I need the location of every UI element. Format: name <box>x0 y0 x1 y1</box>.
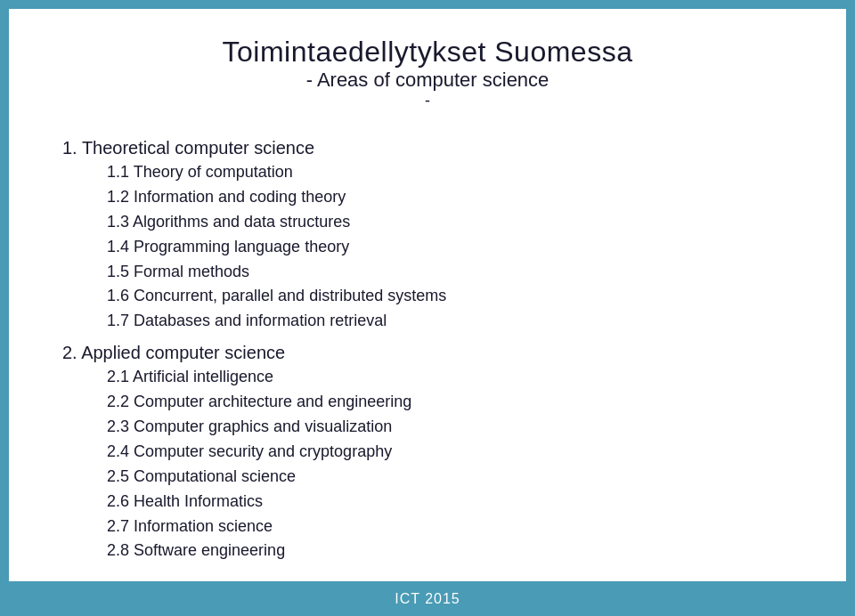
section-2-header: 2. Applied computer science <box>62 343 793 363</box>
main-content: Toimintaedellytykset Suomessa - Areas of… <box>9 9 846 581</box>
item-2-1: 2.1 Artificial intelligence <box>107 365 793 390</box>
item-1-6: 1.6 Concurrent, parallel and distributed… <box>107 284 793 309</box>
footer: ICT 2015 <box>0 581 855 616</box>
sub-title: - Areas of computer science <box>62 69 793 92</box>
item-1-4: 1.4 Programming language theory <box>107 235 793 260</box>
item-2-6: 2.6 Health Informatics <box>107 490 793 515</box>
content-area: 1. Theoretical computer science 1.1 Theo… <box>62 134 793 563</box>
item-1-1: 1.1 Theory of computation <box>107 160 793 185</box>
item-2-7: 2.7 Information science <box>107 515 793 539</box>
section-1-header: 1. Theoretical computer science <box>62 138 793 158</box>
item-1-3: 1.3 Algorithms and data structures <box>107 210 793 235</box>
item-2-2: 2.2 Computer architecture and engineerin… <box>107 390 793 415</box>
item-2-3: 2.3 Computer graphics and visualization <box>107 415 793 440</box>
item-1-5: 1.5 Formal methods <box>107 260 793 285</box>
dash-line: - <box>62 92 793 110</box>
main-title: Toimintaedellytykset Suomessa <box>62 36 793 69</box>
title-block: Toimintaedellytykset Suomessa - Areas of… <box>62 36 793 112</box>
item-2-5: 2.5 Computational science <box>107 465 793 490</box>
item-2-8: 2.8 Software engineering <box>107 539 793 563</box>
item-1-7: 1.7 Databases and information retrieval <box>107 309 793 334</box>
item-1-2: 1.2 Information and coding theory <box>107 185 793 210</box>
item-2-4: 2.4 Computer security and cryptography <box>107 440 793 465</box>
footer-label: ICT 2015 <box>395 591 460 607</box>
